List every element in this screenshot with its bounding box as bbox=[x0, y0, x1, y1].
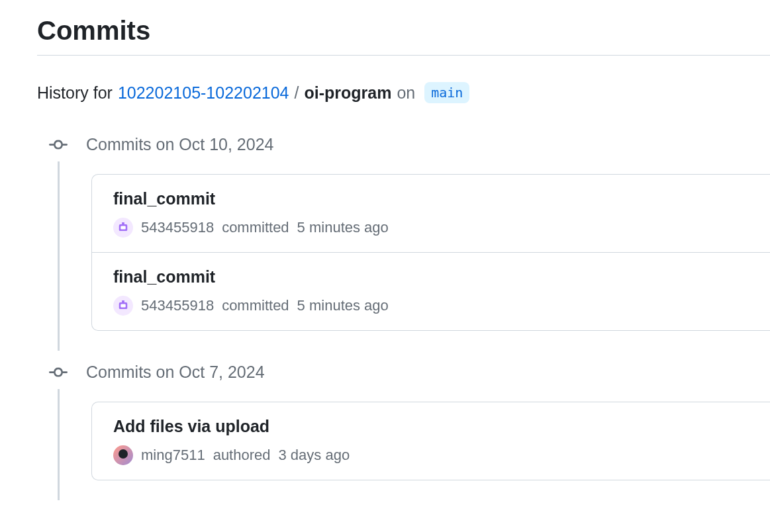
git-commit-icon bbox=[49, 136, 68, 154]
commit-group-date: Commits on Oct 10, 2024 bbox=[86, 135, 273, 154]
svg-rect-5 bbox=[122, 300, 124, 303]
commit-title-link[interactable]: Add files via upload bbox=[113, 417, 751, 436]
history-breadcrumb: History for 102202105-102202104 / oi-pro… bbox=[37, 82, 770, 103]
branch-badge[interactable]: main bbox=[424, 82, 469, 103]
commit-author-link[interactable]: 543455918 bbox=[141, 219, 214, 236]
commit-group: Commits on Oct 7, 2024 Add files via upl… bbox=[37, 363, 770, 480]
timeline-line bbox=[58, 389, 60, 500]
svg-rect-2 bbox=[122, 222, 124, 225]
avatar[interactable] bbox=[113, 445, 133, 465]
avatar[interactable] bbox=[113, 296, 133, 316]
commit-action: committed bbox=[222, 297, 289, 314]
commit-item[interactable]: final_commit 543455918 committed 5 minut… bbox=[92, 253, 770, 330]
commit-time: 3 days ago bbox=[279, 447, 350, 464]
on-label: on bbox=[397, 83, 415, 103]
commit-action: committed bbox=[222, 219, 289, 236]
repo-link[interactable]: 102202105-102202104 bbox=[118, 83, 289, 103]
avatar[interactable] bbox=[113, 218, 133, 238]
svg-rect-1 bbox=[120, 226, 126, 230]
path-segment[interactable]: oi-program bbox=[304, 83, 391, 103]
commit-item[interactable]: Add files via upload ming7511 authored 3… bbox=[92, 402, 770, 480]
path-separator: / bbox=[295, 83, 299, 103]
history-prefix: History for bbox=[37, 83, 113, 103]
commit-time: 5 minutes ago bbox=[297, 219, 389, 236]
commit-title-link[interactable]: final_commit bbox=[113, 189, 751, 208]
commit-author-link[interactable]: ming7511 bbox=[141, 447, 205, 464]
commit-title-link[interactable]: final_commit bbox=[113, 267, 751, 287]
commit-time: 5 minutes ago bbox=[297, 297, 389, 314]
commit-item[interactable]: final_commit 543455918 committed 5 minut… bbox=[92, 175, 770, 253]
commit-group: Commits on Oct 10, 2024 final_commit 543… bbox=[37, 135, 770, 331]
timeline-line bbox=[58, 161, 60, 351]
commit-action: authored bbox=[213, 447, 271, 464]
commit-group-date: Commits on Oct 7, 2024 bbox=[86, 363, 265, 382]
commits-list: final_commit 543455918 committed 5 minut… bbox=[91, 174, 770, 331]
commit-author-link[interactable]: 543455918 bbox=[141, 297, 214, 314]
svg-rect-4 bbox=[120, 304, 126, 308]
git-commit-icon bbox=[49, 363, 68, 382]
page-title: Commits bbox=[37, 16, 770, 56]
commits-list: Add files via upload ming7511 authored 3… bbox=[91, 402, 770, 480]
